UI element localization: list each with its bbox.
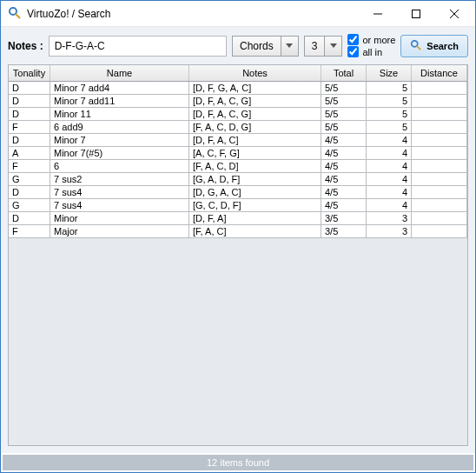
search-button[interactable]: Search [400,35,468,57]
table-header: Tonality Name Notes Total Size Distance [9,65,467,82]
cell-total: 4/5 [321,199,367,211]
notes-input[interactable] [49,36,227,57]
titlebar: VirtuoZo! / Search [1,1,475,27]
chevron-down-icon[interactable] [325,36,342,57]
svg-point-6 [412,40,418,46]
cell-total: 4/5 [321,147,367,159]
chevron-down-icon[interactable] [281,36,299,57]
cell-tonality: F [9,160,50,172]
table-row[interactable]: DMinor 11[D, F, A, C, G]5/55 [9,108,467,121]
table-row[interactable]: DMinor 7[D, F, A, C]4/54 [9,134,467,147]
col-tonality[interactable]: Tonality [9,65,50,81]
cell-tonality: D [9,108,50,120]
filter-checks: or more all in [347,34,395,57]
col-size[interactable]: Size [367,65,412,81]
cell-size: 4 [367,147,412,159]
cell-name: Minor 7(#5) [50,147,189,159]
cell-notes: [G, C, D, F] [189,199,321,211]
all-in-check[interactable]: all in [347,46,395,57]
cell-notes: [D, F, A] [189,212,321,224]
cell-distance [412,160,467,172]
svg-line-7 [417,45,420,49]
cell-total: 4/5 [321,134,367,146]
table-row[interactable]: G7 sus4[G, C, D, F]4/54 [9,199,467,212]
cell-total: 4/5 [321,160,367,172]
or-more-check[interactable]: or more [347,34,395,45]
status-bar: 12 items found [3,455,473,470]
col-name[interactable]: Name [50,65,189,81]
cell-total: 5/5 [321,95,367,107]
table-row[interactable]: DMinor[D, F, A]3/53 [9,212,467,225]
cell-size: 4 [367,199,412,211]
table-row[interactable]: F6[F, A, C, D]4/54 [9,160,467,173]
content-area: Notes : Chords 3 or more all in Search T… [1,27,475,453]
cell-name: Minor 7 [50,134,189,146]
cell-tonality: F [9,225,50,237]
search-button-label: Search [426,41,459,51]
col-total[interactable]: Total [321,65,367,81]
cell-name: 7 sus4 [50,186,189,198]
cell-tonality: D [9,134,50,146]
cell-distance [412,108,467,120]
cell-notes: [D, F, A, C] [189,134,321,146]
mode-select[interactable]: Chords [232,36,299,57]
cell-name: Major [50,225,189,237]
window-title: VirtuoZo! / Search [27,8,359,20]
cell-distance [412,147,467,159]
all-in-checkbox[interactable] [347,46,359,57]
cell-notes: [G, A, D, F] [189,173,321,185]
cell-name: Minor 7 add11 [50,95,189,107]
cell-notes: [F, A, C] [189,225,321,237]
cell-notes: [F, A, C, D, G] [189,121,321,133]
cell-total: 5/5 [321,82,367,94]
results-table: Tonality Name Notes Total Size Distance … [8,64,468,446]
count-select[interactable]: 3 [304,36,343,57]
search-bar: Notes : Chords 3 or more all in Search [8,34,468,57]
mode-value: Chords [232,36,281,57]
notes-label: Notes : [8,40,43,52]
cell-distance [412,225,467,237]
close-button[interactable] [435,2,473,26]
cell-tonality: G [9,199,50,211]
table-row[interactable]: D7 sus4[D, G, A, C]4/54 [9,186,467,199]
cell-size: 4 [367,173,412,185]
table-row[interactable]: FMajor[F, A, C]3/53 [9,225,467,238]
count-value: 3 [304,36,326,57]
cell-notes: [F, A, C, D] [189,160,321,172]
table-row[interactable]: G7 sus2[G, A, D, F]4/54 [9,173,467,186]
cell-name: 6 [50,160,189,172]
cell-total: 5/5 [321,108,367,120]
table-row[interactable]: F6 add9[F, A, C, D, G]5/55 [9,121,467,134]
svg-line-1 [16,14,20,18]
col-distance[interactable]: Distance [412,65,467,81]
col-notes[interactable]: Notes [189,65,321,81]
table-row[interactable]: DMinor 7 add4[D, F, G, A, C]5/55 [9,82,467,95]
cell-distance [412,173,467,185]
cell-tonality: D [9,212,50,224]
cell-notes: [D, F, A, C, G] [189,95,321,107]
cell-size: 4 [367,186,412,198]
cell-size: 4 [367,160,412,172]
minimize-button[interactable] [359,2,397,26]
cell-distance [412,212,467,224]
cell-notes: [D, F, A, C, G] [189,108,321,120]
cell-tonality: D [9,95,50,107]
cell-distance [412,199,467,211]
maximize-button[interactable] [397,2,435,26]
cell-size: 3 [367,212,412,224]
cell-total: 3/5 [321,212,367,224]
cell-name: Minor 11 [50,108,189,120]
cell-name: Minor [50,212,189,224]
table-body: DMinor 7 add4[D, F, G, A, C]5/55DMinor 7… [9,82,467,445]
cell-total: 3/5 [321,225,367,237]
cell-tonality: G [9,173,50,185]
cell-name: Minor 7 add4 [50,82,189,94]
cell-size: 5 [367,121,412,133]
cell-tonality: D [9,186,50,198]
table-row[interactable]: DMinor 7 add11[D, F, A, C, G]5/55 [9,95,467,108]
or-more-checkbox[interactable] [347,34,359,45]
table-row[interactable]: AMinor 7(#5)[A, C, F, G]4/54 [9,147,467,160]
cell-distance [412,121,467,133]
search-icon [410,39,422,53]
cell-notes: [A, C, F, G] [189,147,321,159]
